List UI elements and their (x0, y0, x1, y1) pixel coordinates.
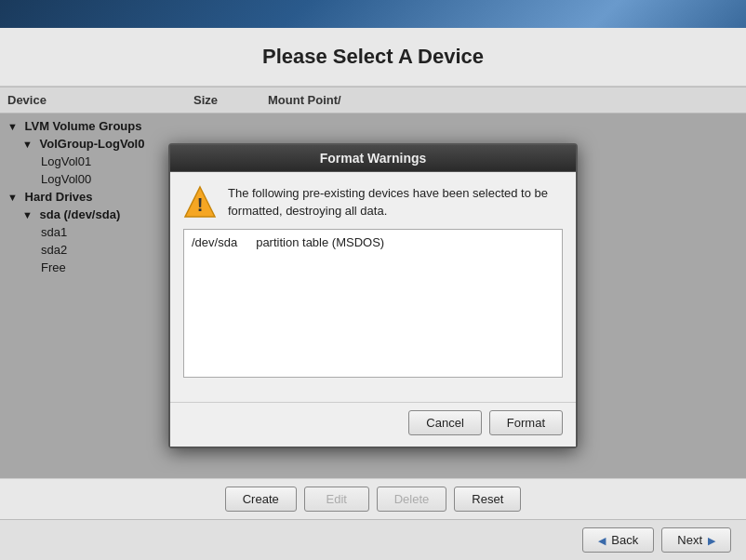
page-title: Please Select A Device (19, 45, 727, 69)
delete-button[interactable]: Delete (377, 487, 447, 512)
next-label: Next (677, 533, 702, 547)
next-button[interactable]: Next (661, 527, 731, 553)
modal-device-path: /dev/sda (192, 235, 237, 249)
device-col-header: Device (0, 91, 186, 109)
format-button[interactable]: Format (489, 410, 563, 435)
back-arrow-icon (598, 533, 606, 547)
create-button[interactable]: Create (225, 487, 297, 512)
bottom-toolbar: Create Edit Delete Reset (0, 478, 746, 519)
svg-text:!: ! (197, 194, 204, 215)
size-col-header: Size (186, 91, 260, 109)
cancel-button[interactable]: Cancel (408, 410, 481, 435)
modal-device-row: /dev/sda partition table (MSDOS) (192, 235, 554, 249)
back-label: Back (611, 533, 638, 547)
modal-title: Format Warnings (170, 145, 576, 172)
reset-button[interactable]: Reset (454, 487, 521, 512)
mount-col-header: Mount Point/ (260, 91, 746, 109)
back-button[interactable]: Back (582, 527, 654, 553)
modal-warning-row: ! The following pre-existing devices hav… (183, 185, 563, 219)
edit-button[interactable]: Edit (304, 487, 369, 512)
nav-bar: Back Next (0, 519, 746, 560)
top-bar (0, 0, 746, 28)
device-list-area: ▼ LVM Volume Groups ▼ VolGroup-LogVol0 L… (0, 113, 746, 478)
next-arrow-icon (708, 533, 715, 547)
modal-device-desc: partition table (MSDOS) (256, 235, 384, 249)
warning-icon: ! (183, 185, 217, 219)
modal-overlay: Format Warnings ! The following pre-exis… (0, 113, 746, 478)
format-warnings-modal: Format Warnings ! The following pre-exis… (168, 143, 578, 447)
modal-body: ! The following pre-existing devices hav… (170, 172, 576, 401)
modal-footer: Cancel Format (170, 402, 576, 447)
modal-warning-text: The following pre-existing devices have … (228, 185, 563, 219)
main-content: Please Select A Device Device Size Mount… (0, 28, 746, 560)
modal-device-list: /dev/sda partition table (MSDOS) (183, 229, 563, 378)
title-area: Please Select A Device (0, 28, 746, 87)
table-header: Device Size Mount Point/ (0, 87, 746, 113)
